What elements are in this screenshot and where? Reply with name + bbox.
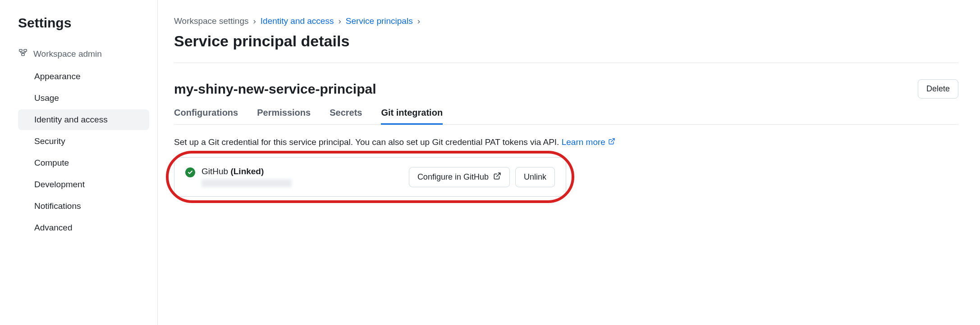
sidebar-item-development[interactable]: Development — [18, 174, 149, 195]
workspace-admin-icon — [18, 48, 28, 60]
learn-more-link[interactable]: Learn more — [562, 137, 615, 147]
sidebar-items: Appearance Usage Identity and access Sec… — [18, 66, 149, 238]
breadcrumb-separator: › — [338, 16, 341, 26]
tabs: Configurations Permissions Secrets Git i… — [174, 108, 958, 125]
sidebar-item-compute[interactable]: Compute — [18, 153, 149, 173]
git-credential-card: GitHub (Linked) Configure in GitHub — [174, 157, 566, 197]
unlink-button[interactable]: Unlink — [515, 167, 555, 187]
card-actions: Configure in GitHub Unlink — [409, 167, 555, 187]
git-provider-status: GitHub (Linked) — [201, 167, 292, 176]
sidebar-item-security[interactable]: Security — [18, 131, 149, 152]
breadcrumb-item-identity-access[interactable]: Identity and access — [261, 16, 334, 26]
sidebar-item-advanced[interactable]: Advanced — [18, 217, 149, 238]
svg-rect-2 — [22, 54, 24, 56]
external-link-icon — [608, 137, 615, 147]
sidebar-section-header: Workspace admin — [18, 48, 149, 60]
svg-line-3 — [611, 139, 614, 142]
settings-title: Settings — [18, 15, 149, 31]
breadcrumb-separator: › — [417, 16, 420, 26]
main-content: Workspace settings › Identity and access… — [158, 0, 980, 325]
git-credential-highlight: GitHub (Linked) Configure in GitHub — [174, 157, 566, 197]
tab-description: Set up a Git credential for this service… — [174, 137, 958, 147]
configure-in-github-button[interactable]: Configure in GitHub — [409, 167, 510, 187]
tab-secrets[interactable]: Secrets — [330, 108, 362, 124]
tab-configurations[interactable]: Configurations — [174, 108, 238, 124]
tab-git-integration[interactable]: Git integration — [381, 108, 443, 124]
card-left: GitHub (Linked) — [185, 167, 292, 187]
breadcrumb: Workspace settings › Identity and access… — [174, 16, 958, 26]
sidebar-item-appearance[interactable]: Appearance — [18, 66, 149, 87]
card-text: GitHub (Linked) — [201, 167, 292, 187]
external-link-icon — [493, 172, 501, 182]
entity-name: my-shiny-new-service-principal — [174, 81, 376, 97]
breadcrumb-item-workspace-settings: Workspace settings — [174, 16, 248, 26]
page-title: Service principal details — [174, 32, 958, 50]
divider — [174, 63, 958, 63]
sidebar-item-notifications[interactable]: Notifications — [18, 196, 149, 217]
sidebar: Settings Workspace admin Appearance Usag… — [0, 0, 158, 325]
sidebar-item-identity-access[interactable]: Identity and access — [18, 109, 149, 130]
entity-header-row: my-shiny-new-service-principal Delete — [174, 79, 958, 99]
breadcrumb-item-service-principals[interactable]: Service principals — [346, 16, 413, 26]
redacted-value — [201, 179, 292, 187]
sidebar-section-label: Workspace admin — [33, 49, 102, 59]
svg-rect-1 — [24, 50, 27, 52]
svg-rect-0 — [19, 50, 22, 52]
sidebar-item-usage[interactable]: Usage — [18, 88, 149, 108]
svg-line-4 — [496, 173, 500, 176]
breadcrumb-separator: › — [253, 16, 256, 26]
tab-permissions[interactable]: Permissions — [257, 108, 311, 124]
check-circle-icon — [185, 167, 195, 177]
delete-button[interactable]: Delete — [918, 79, 958, 99]
